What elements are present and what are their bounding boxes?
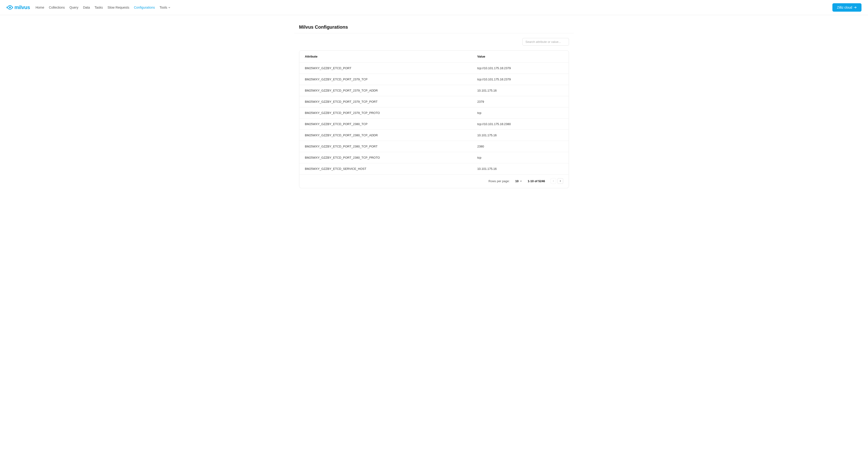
page-title: Milvus Configurations bbox=[299, 25, 569, 30]
prev-page-button[interactable] bbox=[551, 178, 556, 184]
table-row: BM25WXY_GZZBY_ETCD_PORT_2379_TCP_ADDR10.… bbox=[299, 85, 569, 96]
nav-home[interactable]: Home bbox=[36, 6, 44, 9]
search-row bbox=[299, 33, 569, 50]
nav-query[interactable]: Query bbox=[69, 6, 79, 9]
nav-data[interactable]: Data bbox=[83, 6, 90, 9]
page-nav bbox=[551, 178, 563, 184]
table-row: BM25WXY_GZZBY_ETCD_PORT_2380_TCP_PROTOtc… bbox=[299, 152, 569, 163]
cell-value: 10.101.175.16 bbox=[472, 130, 569, 141]
search-input[interactable] bbox=[522, 38, 569, 46]
header-left: milvus Home Collections Query Data Tasks… bbox=[6, 4, 170, 11]
nav-collections[interactable]: Collections bbox=[49, 6, 65, 9]
col-header-attribute: Attribute bbox=[299, 51, 472, 63]
cell-value: tcp://10.101.175.16:2379 bbox=[472, 63, 569, 74]
page-title-section: Milvus Configurations bbox=[294, 15, 574, 33]
config-table: Attribute Value BM25WXY_GZZBY_ETCD_PORTt… bbox=[299, 51, 569, 174]
col-header-value: Value bbox=[472, 51, 569, 63]
table-body: BM25WXY_GZZBY_ETCD_PORTtcp://10.101.175.… bbox=[299, 63, 569, 174]
zilliz-cloud-label: Zilliz cloud bbox=[837, 6, 852, 9]
chevron-right-icon bbox=[559, 180, 561, 182]
table-row: BM25WXY_GZZBY_ETCD_PORT_2379_TCPtcp://10… bbox=[299, 74, 569, 85]
svg-point-0 bbox=[9, 7, 11, 8]
main-nav: Home Collections Query Data Tasks Slow R… bbox=[36, 6, 171, 9]
cell-value: 2379 bbox=[472, 96, 569, 107]
table-row: BM25WXY_GZZBY_ETCD_PORT_2379_TCP_PORT237… bbox=[299, 96, 569, 107]
nav-tools[interactable]: Tools bbox=[160, 6, 171, 9]
table-row: BM25WXY_GZZBY_ETCD_PORT_2380_TCPtcp://10… bbox=[299, 119, 569, 130]
cell-attribute: BM25WXY_GZZBY_ETCD_PORT_2379_TCP_ADDR bbox=[299, 85, 472, 96]
cell-attribute: BM25WXY_GZZBY_ETCD_PORT_2379_TCP bbox=[299, 74, 472, 85]
pagination: Rows per page: 10 1-10 of 5246 bbox=[299, 174, 569, 186]
table-row: BM25WXY_GZZBY_ETCD_PORT_2379_TCP_PROTOtc… bbox=[299, 107, 569, 119]
cell-value: tcp://10.101.175.16:2380 bbox=[472, 119, 569, 130]
cell-value: tcp bbox=[472, 152, 569, 163]
cell-value: 10.101.175.16 bbox=[472, 163, 569, 174]
cell-attribute: BM25WXY_GZZBY_ETCD_PORT_2379_TCP_PORT bbox=[299, 96, 472, 107]
rows-per-page-label: Rows per page: bbox=[489, 179, 509, 183]
config-table-card: Attribute Value BM25WXY_GZZBY_ETCD_PORTt… bbox=[299, 50, 569, 188]
cell-attribute: BM25WXY_GZZBY_ETCD_SERVICE_HOST bbox=[299, 163, 472, 174]
table-row: BM25WXY_GZZBY_ETCD_PORT_2380_TCP_ADDR10.… bbox=[299, 130, 569, 141]
cell-attribute: BM25WXY_GZZBY_ETCD_PORT_2380_TCP_ADDR bbox=[299, 130, 472, 141]
chevron-down-icon bbox=[520, 180, 522, 182]
main-content: Attribute Value BM25WXY_GZZBY_ETCD_PORTt… bbox=[294, 33, 574, 188]
zilliz-cloud-button[interactable]: Zilliz cloud bbox=[832, 3, 862, 12]
table-row: BM25WXY_GZZBY_ETCD_SERVICE_HOST10.101.17… bbox=[299, 163, 569, 174]
cell-attribute: BM25WXY_GZZBY_ETCD_PORT bbox=[299, 63, 472, 74]
chevron-left-icon bbox=[552, 180, 555, 182]
nav-configurations[interactable]: Configurations bbox=[134, 6, 155, 9]
table-header-row: Attribute Value bbox=[299, 51, 569, 63]
nav-tasks[interactable]: Tasks bbox=[94, 6, 103, 9]
cell-value: 10.101.175.16 bbox=[472, 85, 569, 96]
brand-name: milvus bbox=[14, 4, 30, 10]
brand-logo[interactable]: milvus bbox=[6, 4, 30, 11]
rows-per-page-value: 10 bbox=[515, 179, 519, 183]
cell-value: tcp bbox=[472, 107, 569, 119]
arrow-right-icon bbox=[854, 6, 857, 9]
table-row: BM25WXY_GZZBY_ETCD_PORT_2380_TCP_PORT238… bbox=[299, 141, 569, 152]
cell-attribute: BM25WXY_GZZBY_ETCD_PORT_2379_TCP_PROTO bbox=[299, 107, 472, 119]
app-header: milvus Home Collections Query Data Tasks… bbox=[0, 0, 868, 15]
cell-value: tcp://10.101.175.16:2379 bbox=[472, 74, 569, 85]
nav-slow-requests[interactable]: Slow Requests bbox=[107, 6, 129, 9]
next-page-button[interactable] bbox=[558, 178, 563, 184]
cell-attribute: BM25WXY_GZZBY_ETCD_PORT_2380_TCP_PROTO bbox=[299, 152, 472, 163]
page-range: 1-10 of 5246 bbox=[528, 179, 545, 183]
chevron-down-icon bbox=[168, 6, 170, 9]
cell-attribute: BM25WXY_GZZBY_ETCD_PORT_2380_TCP_PORT bbox=[299, 141, 472, 152]
cell-attribute: BM25WXY_GZZBY_ETCD_PORT_2380_TCP bbox=[299, 119, 472, 130]
table-row: BM25WXY_GZZBY_ETCD_PORTtcp://10.101.175.… bbox=[299, 63, 569, 74]
nav-tools-label: Tools bbox=[160, 6, 167, 9]
milvus-eye-icon bbox=[6, 4, 13, 11]
rows-per-page-select[interactable]: 10 bbox=[515, 179, 522, 183]
cell-value: 2380 bbox=[472, 141, 569, 152]
